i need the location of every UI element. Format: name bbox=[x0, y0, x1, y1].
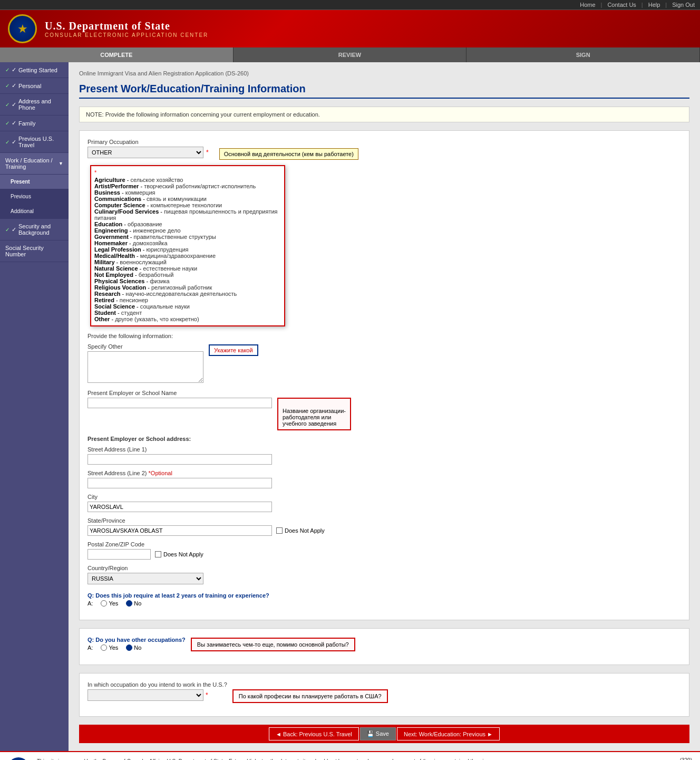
checkmark-icon: ✓ bbox=[12, 82, 16, 89]
occ-retired[interactable]: Retired - пенсионер bbox=[94, 297, 281, 303]
occ-communications[interactable]: Communications - связь и коммуникации bbox=[94, 196, 281, 202]
postal-dna-checkbox[interactable] bbox=[155, 551, 161, 557]
q3-tooltip: По какой професии вы планируете работать… bbox=[232, 689, 388, 703]
q1-no-option[interactable]: No bbox=[126, 600, 141, 607]
nav-home[interactable]: Home bbox=[580, 2, 595, 8]
country-select[interactable]: RUSSIA United States bbox=[88, 573, 203, 584]
occ-engineering[interactable]: Engineering - инженерное дело bbox=[94, 227, 281, 234]
page-title: Present Work/Education/Training Informat… bbox=[79, 83, 689, 99]
page-footer: ★ This site is managed by the Bureau of … bbox=[0, 751, 700, 760]
street1-label: Street Address (Line 1) bbox=[88, 446, 681, 453]
address-section: Present Employer or School address: Stre… bbox=[88, 436, 681, 584]
specify-other-field: Specify Other Укажите какой bbox=[88, 343, 681, 384]
sidebar-item-personal[interactable]: ✓ Personal bbox=[0, 78, 69, 94]
sidebar: ✓ Getting Started ✓ Personal ✓ Address a… bbox=[0, 62, 69, 751]
sidebar-item-previous-travel[interactable]: ✓ Previous U.S. Travel bbox=[0, 131, 69, 153]
q2-no-radio[interactable] bbox=[126, 644, 132, 651]
occupation-tooltip-container: Основной вид деятельности (кем вы работа… bbox=[219, 148, 358, 160]
checkmark-icon: ✓ bbox=[12, 120, 16, 127]
state-label: State/Province bbox=[88, 517, 681, 524]
footer-version: (320) bbox=[680, 757, 692, 760]
street2-label: Street Address (Line 2) *Optional bbox=[88, 470, 681, 476]
street2-input[interactable] bbox=[88, 478, 272, 488]
q3-label: In which occupation do you intend to wor… bbox=[88, 681, 227, 688]
q2-question: Q: Do you have other occupations? bbox=[88, 637, 186, 643]
nav-signout[interactable]: Sign Out bbox=[672, 2, 695, 8]
q1-question: Q: Does this job require at least 2 year… bbox=[88, 592, 681, 599]
occ-student[interactable]: Student - студент bbox=[94, 310, 281, 316]
street1-input[interactable] bbox=[88, 454, 272, 465]
occ-religious[interactable]: Religious Vocation - религиозный работни… bbox=[94, 284, 281, 291]
back-button[interactable]: ◄ Back: Previous U.S. Travel bbox=[269, 727, 359, 740]
nav-help[interactable]: Help bbox=[648, 2, 660, 8]
progress-review[interactable]: REVIEW bbox=[234, 47, 467, 62]
occ-social-science[interactable]: Social Science - социальные науки bbox=[94, 303, 281, 310]
q2-row: Q: Do you have other occupations? A: Yes… bbox=[88, 637, 681, 651]
bottom-navigation-bar: ◄ Back: Previous U.S. Travel 💾 Save Next… bbox=[79, 725, 689, 743]
sidebar-item-ssn[interactable]: Social Security Number bbox=[0, 240, 69, 262]
sidebar-item-work-education[interactable]: Work / Education / Training ▼ bbox=[0, 153, 69, 175]
q2-section: Q: Do you have other occupations? A: Yes… bbox=[79, 628, 689, 665]
sidebar-item-additional[interactable]: Additional bbox=[0, 204, 69, 219]
occupation-dropdown[interactable]: * Agriculture - сельское хозяйство Artis… bbox=[90, 165, 285, 326]
occ-education[interactable]: Education - образование bbox=[94, 221, 281, 227]
q3-occupation-select[interactable]: Agriculture Business Other bbox=[88, 689, 203, 701]
employer-address-label: Present Employer or School address: bbox=[88, 436, 681, 442]
next-button[interactable]: Next: Work/Education: Previous ► bbox=[397, 727, 500, 740]
nav-contact[interactable]: Contact Us bbox=[607, 2, 636, 8]
sidebar-item-getting-started[interactable]: ✓ Getting Started bbox=[0, 62, 69, 78]
occ-business[interactable]: Business - коммерция bbox=[94, 189, 281, 196]
country-label: Country/Region bbox=[88, 565, 681, 571]
employer-name-input[interactable] bbox=[88, 398, 272, 408]
specify-other-textarea[interactable] bbox=[88, 351, 203, 383]
occupation-select-wrapper: Primary Occupation OTHER Agriculture Art… bbox=[88, 139, 209, 158]
q1-answer: A: Yes No bbox=[88, 600, 681, 607]
sidebar-item-address-phone[interactable]: ✓ Address and Phone bbox=[0, 94, 69, 116]
postal-dna-option[interactable]: Does Not Apply bbox=[155, 551, 203, 557]
occ-culinary[interactable]: Culinary/Food Services - пищевая промышл… bbox=[94, 208, 281, 221]
occ-other[interactable]: Other - другое (указать, что конкретно) bbox=[94, 316, 281, 322]
occ-government[interactable]: Government - правительственные структуры bbox=[94, 234, 281, 240]
save-button[interactable]: 💾 Save bbox=[360, 727, 396, 740]
sidebar-item-present[interactable]: Present bbox=[0, 175, 69, 189]
q1-yes-radio[interactable] bbox=[101, 600, 107, 607]
occ-artist[interactable]: Artist/Performer - творческий работник/а… bbox=[94, 183, 281, 189]
progress-complete[interactable]: COMPLETE bbox=[0, 47, 234, 62]
state-dna-option[interactable]: Does Not Apply bbox=[276, 527, 325, 534]
progress-sign[interactable]: SIGN bbox=[466, 47, 700, 62]
occ-homemaker[interactable]: Homemaker - домохозяйка bbox=[94, 240, 281, 246]
primary-occupation-section: Primary Occupation OTHER Agriculture Art… bbox=[79, 130, 689, 620]
q2-answer-label: A: bbox=[88, 644, 93, 651]
occ-natural-science[interactable]: Natural Science - естественные науки bbox=[94, 265, 281, 272]
occupation-tooltip: Основной вид деятельности (кем вы работа… bbox=[219, 148, 358, 160]
postal-label: Postal Zone/ZIP Code bbox=[88, 541, 681, 547]
occ-agriculture[interactable]: Agriculture - сельское хозяйство bbox=[94, 177, 281, 183]
checkmark-icon: ✓ bbox=[12, 139, 16, 146]
occ-legal[interactable]: Legal Profession - юриспруденция bbox=[94, 246, 281, 253]
q1-no-radio[interactable] bbox=[126, 600, 132, 607]
state-input[interactable] bbox=[88, 525, 272, 536]
checkmark-icon: ✓ bbox=[12, 226, 16, 233]
occ-medical[interactable]: Medical/Health - медицина/здравоохранени… bbox=[94, 253, 281, 259]
occ-not-employed[interactable]: Not Employed - безработный bbox=[94, 272, 281, 278]
occ-military[interactable]: Military - военнослужащий bbox=[94, 259, 281, 265]
note-text: NOTE: Provide the following information … bbox=[86, 111, 320, 118]
q2-no-option[interactable]: No bbox=[126, 644, 141, 651]
occ-physical-sciences[interactable]: Physical Sciences - физика bbox=[94, 278, 281, 284]
q1-answer-label: A: bbox=[88, 600, 93, 607]
city-input[interactable] bbox=[88, 502, 272, 512]
q1-yes-option[interactable]: Yes bbox=[101, 600, 118, 607]
primary-occupation-select[interactable]: OTHER Agriculture Artist/Performer Busin… bbox=[88, 147, 203, 158]
sidebar-item-security[interactable]: ✓ Security and Background bbox=[0, 219, 69, 240]
sidebar-item-previous[interactable]: Previous bbox=[0, 189, 69, 204]
postal-input[interactable] bbox=[88, 549, 151, 560]
occ-computer-science[interactable]: Computer Science - компьютерные технолог… bbox=[94, 202, 281, 208]
q2-yes-radio[interactable] bbox=[101, 644, 107, 651]
occ-research[interactable]: Research - научно-исследовательская деят… bbox=[94, 291, 281, 297]
q2-yes-option[interactable]: Yes bbox=[101, 644, 118, 651]
state-dna-checkbox[interactable] bbox=[276, 527, 283, 534]
sidebar-item-family[interactable]: ✓ Family bbox=[0, 116, 69, 131]
primary-occupation-label: Primary Occupation bbox=[88, 139, 209, 145]
progress-bar: COMPLETE REVIEW SIGN bbox=[0, 47, 700, 62]
occupation-dropdown-area: * Agriculture - сельское хозяйство Artis… bbox=[90, 165, 681, 326]
